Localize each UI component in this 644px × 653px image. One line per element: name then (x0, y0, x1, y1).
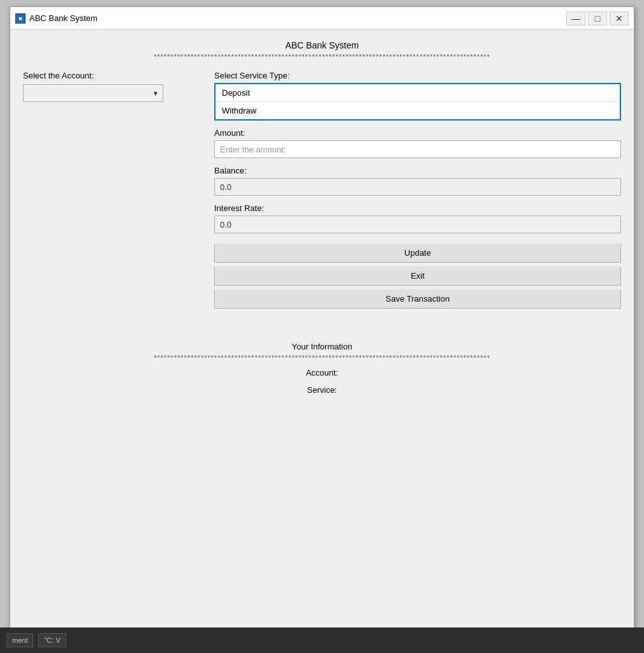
account-dropdown[interactable]: ▼ (23, 84, 163, 102)
balance-group: Balance: (214, 166, 621, 196)
service-type-group: Select Service Type: Deposit Withdraw (214, 71, 621, 121)
listbox-item-deposit[interactable]: Deposit (216, 84, 620, 102)
close-button[interactable]: ✕ (610, 11, 629, 26)
dropdown-arrow-icon: ▼ (152, 90, 159, 97)
minimize-button[interactable]: — (566, 11, 585, 26)
info-section-header: Your Information ***********************… (23, 342, 621, 362)
service-type-listbox[interactable]: Deposit Withdraw (214, 83, 621, 121)
title-bar-controls: — □ ✕ (566, 11, 629, 26)
amount-group: Amount: (214, 128, 621, 158)
left-panel: Select the Account: ▼ (23, 71, 201, 312)
service-type-label: Select Service Type: (214, 71, 621, 80)
window-body: ABC Bank System ************************… (10, 30, 634, 636)
info-account-row: Account: (23, 368, 621, 378)
info-section-divider-line: ****************************************… (23, 354, 621, 362)
window-title: ABC Bank System (29, 13, 98, 23)
listbox-item-withdraw[interactable]: Withdraw (216, 102, 620, 119)
info-section: Account: Service: (23, 368, 621, 395)
buttons-section: Update Exit Save Transaction (214, 244, 621, 309)
taskbar-item-2[interactable]: "C: V (38, 633, 66, 647)
interest-rate-group: Interest Rate: (214, 203, 621, 233)
right-panel: Select Service Type: Deposit Withdraw Am… (214, 71, 621, 312)
interest-rate-input[interactable] (214, 216, 621, 233)
amount-input[interactable] (214, 140, 621, 158)
main-content: Select the Account: ▼ Select Service Typ… (23, 71, 621, 312)
exit-button[interactable]: Exit (214, 267, 621, 286)
balance-input[interactable] (214, 178, 621, 196)
title-bar: ■ ABC Bank System — □ ✕ (10, 7, 634, 30)
balance-label: Balance: (214, 166, 621, 175)
amount-label: Amount: (214, 128, 621, 138)
app-header-title: ABC Bank System (23, 40, 621, 50)
title-bar-left: ■ ABC Bank System (15, 13, 98, 24)
app-header: ABC Bank System ************************… (23, 40, 621, 61)
interest-rate-label: Interest Rate: (214, 203, 621, 213)
app-header-divider: ****************************************… (23, 53, 621, 61)
info-section-title: Your Information (23, 342, 621, 351)
maximize-button[interactable]: □ (588, 11, 607, 26)
taskbar: ment "C: V (0, 627, 644, 653)
taskbar-item-1[interactable]: ment (6, 633, 33, 647)
info-service-row: Service: (23, 385, 621, 395)
update-button[interactable]: Update (214, 244, 621, 263)
app-icon: ■ (15, 13, 26, 24)
info-section-divider: Your Information ***********************… (23, 332, 621, 395)
account-select-label: Select the Account: (23, 71, 201, 80)
main-window: ■ ABC Bank System — □ ✕ ABC Bank System … (10, 6, 634, 636)
save-transaction-button[interactable]: Save Transaction (214, 290, 621, 309)
